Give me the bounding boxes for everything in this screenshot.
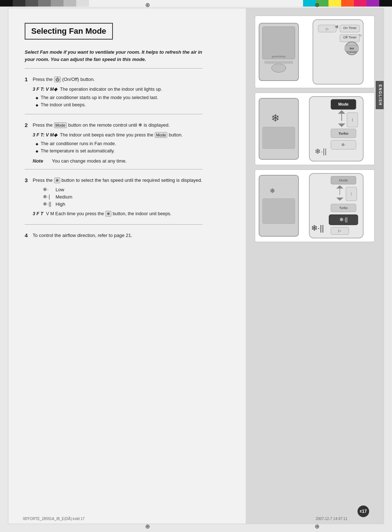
- svg-text:Turbo: Turbo: [339, 131, 348, 135]
- step-2-bullet-1: The air conditioner runs in Fan mode.: [36, 140, 203, 147]
- svg-text:❄: ❄: [270, 187, 275, 195]
- page-number-value: 17: [362, 509, 367, 514]
- step-1-text: Press the ⏻ (On/Off) button.: [33, 76, 95, 83]
- mode-icon: Mode: [54, 122, 67, 128]
- svg-text:Mode: Mode: [339, 178, 348, 182]
- fan-low-label: Low: [56, 187, 64, 192]
- svg-point-2: [271, 64, 286, 73]
- fan-medium-label: Medium: [56, 194, 72, 200]
- svg-text:Cancel: Cancel: [347, 50, 356, 54]
- step-1-bullet-2: The indoor unit beeps.: [36, 101, 203, 109]
- svg-rect-20: [262, 127, 295, 148]
- on-off-icon: ⏻: [54, 77, 61, 82]
- fan-btn-icon: ❄: [54, 177, 60, 183]
- title-box: Selecting Fan Mode: [25, 23, 113, 40]
- step-3-number: 3: [25, 177, 33, 183]
- svg-text:|: |: [351, 192, 352, 196]
- step-2-text: Press the Mode button on the remote cont…: [33, 122, 170, 129]
- fan-high-label: High: [56, 201, 65, 207]
- illustration-2: ❄ Mode | Turbo ❄·: [255, 93, 375, 165]
- step-4-text: To control the airflow direction, refer …: [33, 232, 132, 239]
- step-3: 3 Press the ❄ button to select the fan s…: [25, 177, 203, 225]
- fan-low-icon: ❄·: [43, 187, 56, 192]
- svg-text:❄·||: ❄·||: [339, 217, 348, 222]
- svg-rect-36: [262, 199, 295, 224]
- step-2: 2 Press the Mode button on the remote co…: [25, 122, 203, 169]
- svg-text:Turbo: Turbo: [339, 206, 348, 210]
- step-4-number: 4: [25, 232, 33, 238]
- fan-speed-medium: ❄·| Medium: [43, 194, 203, 200]
- svg-text:Off Timer: Off Timer: [343, 36, 356, 39]
- svg-rect-1: [262, 27, 295, 59]
- step-2-bullet-2: The temperature is set automatically.: [36, 147, 203, 155]
- fan-speed-low: ❄· Low: [43, 187, 203, 192]
- page-title: Selecting Fan Mode: [31, 26, 106, 36]
- step-3-footer: 3 F T V M Each time you press the ❄ butt…: [33, 210, 203, 217]
- svg-text:Mode: Mode: [338, 102, 348, 106]
- svg-text:good'sleep: good'sleep: [272, 55, 286, 58]
- illustration-3: ❄ Mode | Turbo ❄·||: [255, 169, 375, 242]
- page-number: E17: [358, 506, 369, 517]
- reg-mark-top-right: ⊕: [315, 1, 319, 8]
- svg-text:❄·||: ❄·||: [315, 147, 327, 155]
- intro-text: Select Fan mode if you want to ventilate…: [25, 49, 203, 69]
- svg-text:↻: ↻: [359, 33, 362, 37]
- step-4: 4 To control the airflow direction, refe…: [25, 232, 203, 247]
- fan-high-icon: ❄·||: [43, 201, 56, 207]
- step-1: 1 Press the ⏻ (On/Off) button. 3 F T: V …: [25, 76, 203, 114]
- svg-text:❄·||: ❄·||: [311, 224, 324, 233]
- step-2-number: 2: [25, 122, 33, 128]
- svg-text:❄: ❄: [271, 112, 279, 124]
- illustration-1: ▷ On Timer Off Timer ↻ Set Cancel good's…: [255, 16, 375, 88]
- step-2-note: Note You can change modes at any time.: [33, 158, 203, 164]
- reg-mark-top-center: ⊕: [145, 1, 150, 8]
- fan-speeds: ❄· Low ❄·| Medium ❄·|| High: [43, 187, 203, 207]
- step-1-sub: 3 F T: V M◆ The operation indicator on t…: [33, 86, 203, 93]
- step-1-number: 1: [25, 76, 33, 82]
- svg-text:Set: Set: [350, 47, 354, 50]
- svg-text:▷: ▷: [338, 229, 341, 233]
- left-panel: Selecting Fan Mode Select Fan mode if yo…: [8, 8, 215, 524]
- svg-text:|: |: [352, 118, 353, 122]
- svg-rect-3: [264, 61, 293, 64]
- mode-btn-icon: Mode: [155, 132, 168, 138]
- date-info: 2007-12-7 14:47:11: [316, 517, 347, 521]
- svg-text:▷: ▷: [326, 27, 329, 31]
- note-text: You can change modes at any time.: [52, 158, 127, 164]
- fan-speed-high: ❄·|| High: [43, 201, 203, 207]
- step-2-sub: 3 F T: V M◆ The indoor unit beeps each t…: [33, 132, 203, 139]
- svg-text:❄·: ❄·: [341, 142, 346, 147]
- fan-medium-icon: ❄·|: [43, 194, 56, 200]
- svg-text:On Timer: On Timer: [343, 26, 357, 30]
- file-info: 08'FORTE_28591A_IB_E(DÅ).indd 17: [23, 517, 85, 521]
- fan-btn-icon2: ❄: [105, 211, 111, 217]
- step-1-bullet-1: The air conditioner starts up in the mod…: [36, 94, 203, 101]
- step-3-text: Press the ❄ button to select the fan spe…: [33, 177, 202, 184]
- right-panel: ▷ On Timer Off Timer ↻ Set Cancel good's…: [246, 8, 384, 524]
- english-tab: ENGLISH: [376, 81, 384, 109]
